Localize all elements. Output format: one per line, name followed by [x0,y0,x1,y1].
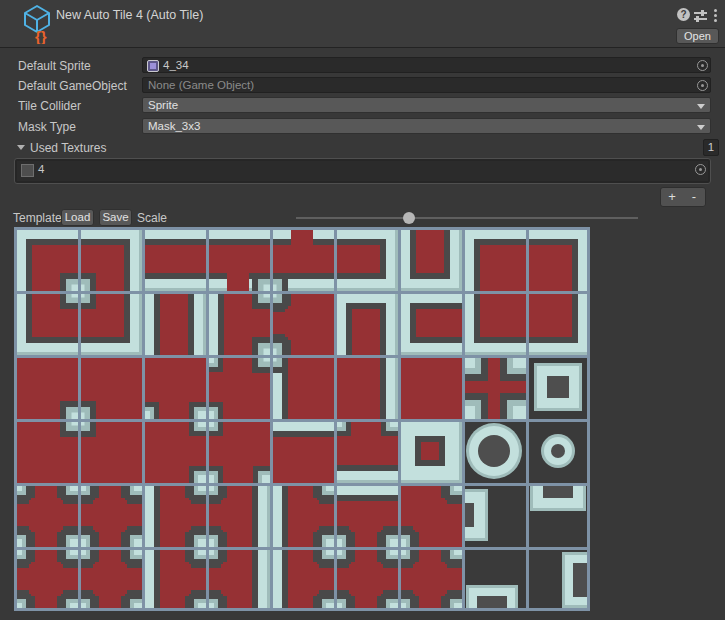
mask-type-dropdown[interactable]: Mask_3x3 [142,118,711,134]
scriptable-object-icon: {} [22,4,52,44]
mask-type-value: Mask_3x3 [148,120,200,132]
chevron-down-icon [697,104,705,109]
default-gameobject-value: None (Game Object) [148,79,254,91]
texture-list-item[interactable]: 4 [17,161,708,181]
mask-type-label: Mask Type [18,120,76,134]
scale-slider-handle[interactable] [403,212,415,224]
add-element-button[interactable]: + [661,188,683,206]
default-sprite-row: Default Sprite 4_34 [0,57,725,74]
object-picker-icon[interactable] [695,164,706,175]
load-button[interactable]: Load [61,209,94,226]
save-button[interactable]: Save [99,209,132,226]
scale-label: Scale [137,211,167,225]
list-add-remove-buttons: + - [660,187,706,207]
texture-thumbnail-icon [21,164,34,177]
help-icon[interactable]: ? [677,8,690,21]
used-textures-label[interactable]: Used Textures [30,141,106,155]
scale-slider-track[interactable] [296,217,638,219]
used-textures-list: 4 [14,158,711,184]
default-gameobject-row: Default GameObject None (Game Object) [0,77,725,94]
default-sprite-value: 4_34 [163,59,189,71]
texture-item-name: 4 [38,163,44,175]
object-picker-icon[interactable] [697,60,708,71]
presets-icon[interactable] [694,9,707,22]
default-sprite-label: Default Sprite [18,59,91,73]
asset-title: New Auto Tile 4 (Auto Tile) [56,8,203,22]
default-sprite-field[interactable]: 4_34 [142,57,711,73]
remove-element-button[interactable]: - [683,188,705,206]
svg-text:{}: {} [35,28,47,44]
default-gameobject-field[interactable]: None (Game Object) [142,77,711,93]
chevron-down-icon [697,125,705,130]
inspector-header: {} New Auto Tile 4 (Auto Tile) ? Open [0,0,725,48]
tileset-preview-canvas[interactable] [14,227,590,611]
tile-collider-row: Tile Collider Sprite [0,97,725,114]
tile-collider-label: Tile Collider [18,99,81,113]
tile-collider-value: Sprite [148,99,178,111]
mask-type-row: Mask Type Mask_3x3 [0,118,725,135]
sprite-thumbnail-icon [147,60,159,72]
open-button[interactable]: Open [676,28,719,44]
default-gameobject-label: Default GameObject [18,79,127,93]
tile-collider-dropdown[interactable]: Sprite [142,97,711,113]
template-label: Template [13,211,62,225]
kebab-menu-icon[interactable] [709,7,721,24]
used-textures-size-field[interactable]: 1 [703,139,719,156]
object-picker-icon[interactable] [697,80,708,91]
foldout-triangle-icon[interactable] [17,145,25,150]
unity-inspector-window: {} New Auto Tile 4 (Auto Tile) ? Open De… [0,0,725,620]
